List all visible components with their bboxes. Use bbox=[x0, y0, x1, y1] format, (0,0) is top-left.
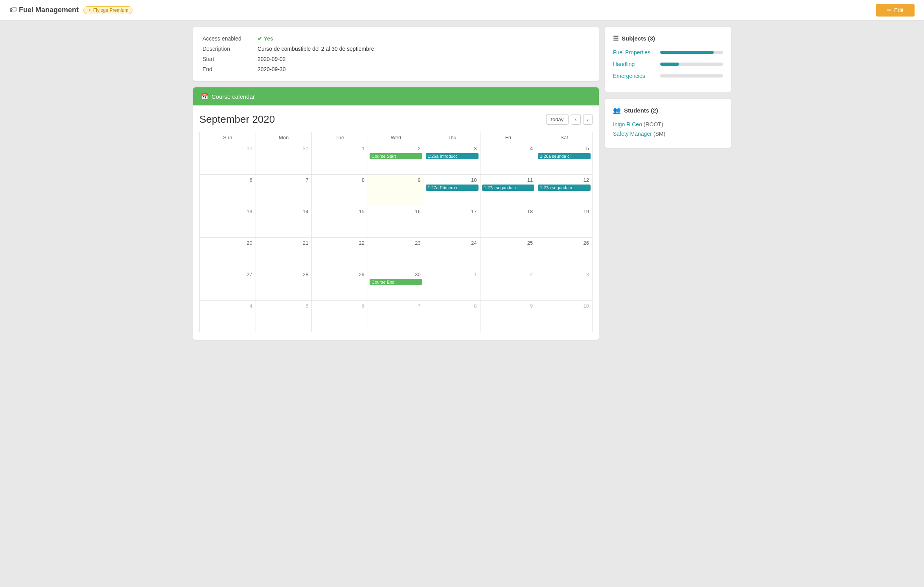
pencil-icon bbox=[887, 7, 892, 13]
day-number: 6 bbox=[201, 176, 254, 184]
day-number: 13 bbox=[201, 208, 254, 215]
day-number: 27 bbox=[201, 271, 254, 278]
students-card: Students (2) Inigo R Ceo (ROOT)Safety Ma… bbox=[605, 99, 731, 148]
users-icon bbox=[613, 107, 621, 114]
calendar-day-cell: 7 bbox=[368, 301, 424, 332]
subject-link[interactable]: Fuel Properties bbox=[613, 49, 650, 55]
student-link[interactable]: Safety Manager bbox=[613, 131, 652, 137]
calendar-day-cell: 4 bbox=[200, 301, 256, 332]
day-number: 6 bbox=[313, 302, 366, 310]
student-role: (SM) bbox=[652, 131, 665, 137]
premium-badge: Flylogs Premium bbox=[83, 6, 133, 14]
subject-link[interactable]: Emergencies bbox=[613, 73, 645, 79]
students-title-text: Students (2) bbox=[624, 107, 658, 114]
day-number: 12 bbox=[538, 176, 591, 184]
right-col: Subjects (3) Fuel PropertiesHandlingEmer… bbox=[605, 27, 731, 340]
calendar-event[interactable]: 1:27a segunda c bbox=[482, 185, 535, 191]
calendar-header-bar: 📅 Course calendar bbox=[193, 87, 599, 105]
subjects-list: Fuel PropertiesHandlingEmergencies bbox=[613, 49, 723, 79]
day-number: 4 bbox=[201, 302, 254, 310]
subject-row: Emergencies bbox=[613, 73, 723, 79]
subject-progress-fill bbox=[660, 51, 714, 54]
calendar-event[interactable]: Course End bbox=[370, 279, 422, 285]
next-month-button[interactable]: › bbox=[583, 114, 593, 125]
calendar-day-cell: 101:27a Primera c bbox=[424, 175, 480, 206]
calendar-week-row: 27282930Course End123 bbox=[200, 269, 593, 301]
calendar-day-cell: 31:26a Introducc bbox=[424, 143, 480, 175]
students-title: Students (2) bbox=[613, 107, 723, 114]
today-button[interactable]: today bbox=[546, 114, 569, 125]
calendar-day-cell: 31 bbox=[256, 143, 312, 175]
label-description: Description bbox=[202, 45, 258, 53]
calendar-day-cell: 1 bbox=[424, 269, 480, 301]
calendar-day-cell: 17 bbox=[424, 206, 480, 238]
flylogs-star-icon bbox=[88, 7, 92, 13]
calendar-day-cell: 2 bbox=[480, 269, 536, 301]
hamburger-icon bbox=[613, 35, 618, 42]
calendar-day-cell: 51:26a seunda cl bbox=[536, 143, 593, 175]
calendar-event[interactable]: 1:26a Introducc bbox=[426, 153, 479, 159]
day-number: 7 bbox=[370, 302, 422, 310]
calendar-day-cell: 8 bbox=[424, 301, 480, 332]
value-start: 2020-09-02 bbox=[258, 55, 589, 63]
info-table: Access enabled ✔ Yes Description Curso d… bbox=[202, 35, 589, 73]
day-header-sun: Sun bbox=[200, 132, 256, 143]
day-number: 10 bbox=[538, 302, 591, 310]
day-number: 1 bbox=[426, 271, 479, 278]
subject-row: Fuel Properties bbox=[613, 49, 723, 55]
day-number: 15 bbox=[313, 208, 366, 215]
calendar-event[interactable]: 1:26a seunda cl bbox=[538, 153, 591, 159]
day-number: 31 bbox=[258, 145, 310, 152]
calendar-day-cell: 4 bbox=[480, 143, 536, 175]
day-number: 5 bbox=[538, 145, 591, 152]
value-access: ✔ Yes bbox=[258, 35, 589, 42]
calendar-week-row: 45678910 bbox=[200, 301, 593, 332]
day-header-wed: Wed bbox=[368, 132, 424, 143]
calendar-day-cell: 25 bbox=[480, 238, 536, 269]
day-number: 24 bbox=[426, 239, 479, 247]
calendar-day-cell: 5 bbox=[256, 301, 312, 332]
calendar-event[interactable]: Course Start bbox=[370, 153, 422, 159]
label-access: Access enabled bbox=[202, 35, 258, 42]
prev-month-button[interactable]: ‹ bbox=[571, 114, 580, 125]
day-header-thu: Thu bbox=[424, 132, 480, 143]
day-number: 16 bbox=[370, 208, 422, 215]
value-end: 2020-09-30 bbox=[258, 65, 589, 73]
day-number: 22 bbox=[313, 239, 366, 247]
label-end: End bbox=[202, 65, 258, 73]
day-number: 20 bbox=[201, 239, 254, 247]
student-link[interactable]: Inigo R Ceo bbox=[613, 121, 642, 127]
calendar-day-cell: 16 bbox=[368, 206, 424, 238]
day-number: 17 bbox=[426, 208, 479, 215]
calendar-header-icon: 📅 bbox=[201, 93, 208, 100]
day-number: 9 bbox=[370, 176, 422, 184]
calendar-day-cell: 30 bbox=[200, 143, 256, 175]
calendar-day-cell: 121:27a segunda c bbox=[536, 175, 593, 206]
calendar-event[interactable]: 1:27a segunda c bbox=[538, 185, 591, 191]
subject-progress-bar bbox=[660, 74, 723, 78]
day-number: 30 bbox=[201, 145, 254, 152]
calendar-day-cell: 15 bbox=[312, 206, 368, 238]
calendar-event[interactable]: 1:27a Primera c bbox=[426, 185, 479, 191]
day-number: 26 bbox=[538, 239, 591, 247]
calendar-day-cell: 21 bbox=[256, 238, 312, 269]
day-number: 7 bbox=[258, 176, 310, 184]
calendar-day-cell: 22 bbox=[312, 238, 368, 269]
calendar-week-row: 6789101:27a Primera c111:27a segunda c12… bbox=[200, 175, 593, 206]
subjects-title-text: Subjects (3) bbox=[622, 35, 655, 42]
calendar-day-cell: 9 bbox=[368, 175, 424, 206]
subject-progress-bar bbox=[660, 51, 723, 54]
day-number: 29 bbox=[313, 271, 366, 278]
subject-link[interactable]: Handling bbox=[613, 61, 635, 67]
calendar-day-cell: 26 bbox=[536, 238, 593, 269]
top-bar-left: 🏷 Fuel Management Flylogs Premium bbox=[9, 6, 133, 14]
calendar-day-cell: 19 bbox=[536, 206, 593, 238]
edit-button[interactable]: Edit bbox=[876, 4, 915, 17]
calendar-day-cell: 10 bbox=[536, 301, 593, 332]
student-row: Safety Manager (SM) bbox=[613, 131, 723, 137]
calendar-day-cell: 7 bbox=[256, 175, 312, 206]
student-row: Inigo R Ceo (ROOT) bbox=[613, 121, 723, 127]
day-header-tue: Tue bbox=[312, 132, 368, 143]
subject-progress-fill bbox=[660, 63, 679, 66]
calendar-day-cell: 8 bbox=[312, 175, 368, 206]
